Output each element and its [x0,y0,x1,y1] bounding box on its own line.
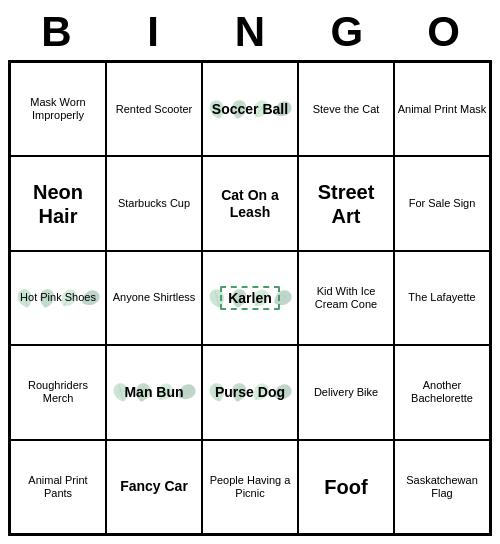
cell-r2-c0[interactable]: Hot Pink Shoes [10,251,106,345]
cell-text-r2-c3: Kid With Ice Cream Cone [301,285,391,311]
cell-text-r2-c4: The Lafayette [408,291,475,304]
cell-r1-c4[interactable]: For Sale Sign [394,156,490,250]
bingo-letter-i: I [109,8,197,56]
cell-r3-c1[interactable]: Man Bun [106,345,202,439]
cell-text-r2-c2: Karlen [220,286,280,311]
cell-r2-c1[interactable]: Anyone Shirtless [106,251,202,345]
cell-r2-c4[interactable]: The Lafayette [394,251,490,345]
cell-text-r0-c0: Mask Worn Improperly [13,96,103,122]
cell-r2-c3[interactable]: Kid With Ice Cream Cone [298,251,394,345]
cell-text-r1-c4: For Sale Sign [409,197,476,210]
bingo-letter-o: O [400,8,488,56]
cell-r3-c3[interactable]: Delivery Bike [298,345,394,439]
cell-r0-c3[interactable]: Steve the Cat [298,62,394,156]
cell-text-r3-c3: Delivery Bike [314,386,378,399]
cell-text-r4-c1: Fancy Car [120,478,188,495]
cell-text-r4-c4: Saskatchewan Flag [397,474,487,500]
cell-text-r0-c4: Animal Print Mask [398,103,487,116]
cell-r4-c2[interactable]: People Having a Picnic [202,440,298,534]
cell-r0-c1[interactable]: Rented Scooter [106,62,202,156]
bingo-letter-g: G [303,8,391,56]
cell-text-r3-c0: Roughriders Merch [13,379,103,405]
cell-text-r3-c2: Purse Dog [215,384,285,401]
cell-r2-c2[interactable]: Karlen [202,251,298,345]
cell-text-r4-c3: Foof [324,475,367,499]
cell-text-r3-c1: Man Bun [124,384,183,401]
cell-text-r1-c1: Starbucks Cup [118,197,190,210]
bingo-letter-n: N [206,8,294,56]
cell-text-r1-c0: Neon Hair [13,180,103,228]
bingo-letter-b: B [12,8,100,56]
cell-text-r0-c3: Steve the Cat [313,103,380,116]
cell-text-r0-c1: Rented Scooter [116,103,192,116]
cell-text-r3-c4: Another Bachelorette [397,379,487,405]
cell-r0-c0[interactable]: Mask Worn Improperly [10,62,106,156]
cell-r0-c4[interactable]: Animal Print Mask [394,62,490,156]
cell-r4-c4[interactable]: Saskatchewan Flag [394,440,490,534]
cell-r0-c2[interactable]: Soccer Ball [202,62,298,156]
cell-text-r1-c2: Cat On a Leash [205,187,295,221]
cell-text-r1-c3: Street Art [301,180,391,228]
cell-r4-c0[interactable]: Animal Print Pants [10,440,106,534]
bingo-header: BINGO [8,8,492,56]
cell-r3-c0[interactable]: Roughriders Merch [10,345,106,439]
cell-r4-c1[interactable]: Fancy Car [106,440,202,534]
cell-text-r2-c1: Anyone Shirtless [113,291,196,304]
cell-text-r4-c0: Animal Print Pants [13,474,103,500]
cell-r1-c3[interactable]: Street Art [298,156,394,250]
cell-text-r0-c2: Soccer Ball [212,101,288,118]
cell-r3-c4[interactable]: Another Bachelorette [394,345,490,439]
bingo-grid: Mask Worn ImproperlyRented Scooter Socce… [8,60,492,536]
cell-text-r2-c0: Hot Pink Shoes [20,291,96,304]
cell-text-r4-c2: People Having a Picnic [205,474,295,500]
cell-r4-c3[interactable]: Foof [298,440,394,534]
cell-r1-c0[interactable]: Neon Hair [10,156,106,250]
cell-r1-c1[interactable]: Starbucks Cup [106,156,202,250]
cell-r3-c2[interactable]: Purse Dog [202,345,298,439]
cell-r1-c2[interactable]: Cat On a Leash [202,156,298,250]
